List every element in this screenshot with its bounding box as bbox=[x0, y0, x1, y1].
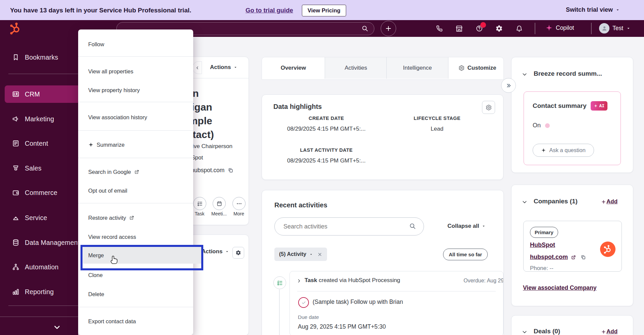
data-highlights-card: Data highlights CREATE DATE 08/29/2025 4… bbox=[262, 94, 503, 180]
menu-item-search-in-google[interactable]: Search in Google bbox=[78, 164, 193, 179]
menu-item-view-association-history[interactable]: View association history bbox=[78, 110, 193, 125]
sidebar-item-commerce[interactable]: Commerce bbox=[0, 184, 87, 201]
collapse-section-chevron-icon[interactable] bbox=[522, 329, 528, 335]
menu-item-summarize[interactable]: Summarize bbox=[78, 137, 193, 152]
user-menu[interactable]: Test bbox=[599, 23, 631, 34]
help-notification-badge bbox=[480, 22, 486, 28]
customize-button[interactable]: Customize bbox=[454, 57, 501, 79]
menu-item-view-all-properties[interactable]: View all properties bbox=[78, 64, 193, 79]
service-bell-icon bbox=[12, 214, 19, 221]
contact-actions-dropdown[interactable]: Actions bbox=[210, 64, 237, 71]
menu-item-delete[interactable]: Delete bbox=[78, 287, 193, 302]
ask-a-question-button[interactable]: Ask a question bbox=[533, 144, 594, 157]
sidebar-collapse-chevron-icon[interactable] bbox=[53, 323, 61, 331]
tab-activities-label: Activities bbox=[344, 65, 367, 71]
time-range-pill[interactable]: All time so far bbox=[443, 249, 488, 260]
chevrons-right-icon bbox=[506, 83, 512, 88]
menu-item-view-record-access[interactable]: View record access bbox=[78, 229, 193, 244]
sidebar-item-sales[interactable]: Sales bbox=[0, 159, 87, 177]
collapse-section-chevron-icon[interactable] bbox=[522, 71, 528, 77]
sidebar-item-service[interactable]: Service bbox=[0, 209, 87, 226]
menu-item-label: View association history bbox=[88, 114, 147, 121]
view-pricing-button[interactable]: View Pricing bbox=[302, 5, 346, 16]
switch-trial-view-label: Switch trial view bbox=[566, 6, 613, 13]
collapse-section-chevron-icon[interactable] bbox=[522, 199, 528, 205]
tab-activities[interactable]: Activities bbox=[325, 57, 387, 79]
about-settings-button[interactable] bbox=[232, 247, 244, 259]
sidebar-item-crm[interactable]: CRM bbox=[0, 85, 87, 103]
expand-right-panel-button[interactable] bbox=[501, 78, 516, 93]
wallet-icon bbox=[12, 189, 19, 196]
caret-down-icon bbox=[309, 253, 313, 256]
hubspot-logo-icon[interactable] bbox=[9, 22, 21, 35]
task-complete-checkbox[interactable] bbox=[298, 297, 309, 308]
menu-item-label: View record access bbox=[88, 234, 136, 240]
sidebar-label: Reporting bbox=[25, 288, 54, 296]
copy-icon[interactable] bbox=[228, 168, 233, 173]
menu-item-opt-out-of-email[interactable]: Opt out of email bbox=[78, 183, 193, 198]
sidebar-label: Service bbox=[25, 214, 47, 222]
copy-icon[interactable] bbox=[581, 255, 586, 260]
copilot-button[interactable]: Copilot bbox=[545, 24, 574, 31]
about-actions-dropdown[interactable]: Actions bbox=[202, 248, 229, 255]
customize-label: Customize bbox=[468, 65, 496, 71]
sidebar-item-automation[interactable]: Automation bbox=[0, 258, 87, 276]
sidebar-label: Commerce bbox=[25, 189, 57, 197]
company-name-link[interactable]: HubSpot bbox=[530, 242, 555, 249]
contact-summary-header: Contact summary AI bbox=[533, 101, 607, 111]
external-link-icon[interactable] bbox=[571, 255, 576, 260]
breeze-summary-card: Breeze record summ... Contact summary AI… bbox=[511, 57, 633, 173]
create-record-button[interactable] bbox=[381, 21, 396, 36]
search-icon[interactable] bbox=[361, 25, 369, 32]
sidebar-divider-3 bbox=[0, 317, 87, 317]
left-sidebar: Bookmarks CRM Marketing Content Sales Co… bbox=[0, 20, 78, 335]
quick-action-meeting-button[interactable] bbox=[213, 197, 226, 210]
menu-item-export-contact-data[interactable]: Export contact data bbox=[78, 314, 193, 329]
chevron-left-icon bbox=[195, 66, 200, 70]
sparkle-icon bbox=[541, 148, 546, 153]
trial-message: You have 13 days left in your Service Hu… bbox=[10, 7, 191, 14]
trial-guide-link[interactable]: Go to trial guide bbox=[246, 7, 293, 14]
company-domain-row: hubspot.com bbox=[530, 254, 586, 261]
last-activity-label: LAST ACTIVITY DATE bbox=[273, 147, 380, 153]
collapse-left-panel-button[interactable] bbox=[193, 61, 202, 74]
activity-filter-chip[interactable]: (5) Activity bbox=[274, 248, 327, 261]
settings-gear-icon[interactable] bbox=[495, 25, 503, 32]
view-associated-company-link[interactable]: View associated Company bbox=[523, 284, 597, 291]
menu-item-follow[interactable]: Follow bbox=[78, 37, 193, 52]
data-highlights-settings-button[interactable] bbox=[482, 101, 495, 114]
company-association-card: Primary HubSpot hubspot.com Phone: -- bbox=[523, 221, 622, 272]
menu-item-label: Restore activity bbox=[88, 215, 126, 221]
create-date-value: 08/29/2025 4:15 PM GMT+5:... bbox=[273, 126, 380, 132]
expand-task-chevron-icon[interactable] bbox=[297, 278, 302, 283]
sidebar-item-content[interactable]: Content bbox=[0, 135, 87, 152]
quick-action-task-button[interactable] bbox=[193, 197, 206, 210]
task-type-label[interactable]: Task bbox=[305, 277, 317, 283]
company-domain-link[interactable]: hubspot.com bbox=[530, 254, 568, 261]
activities-search-input[interactable] bbox=[283, 221, 405, 231]
add-deal-button[interactable]: Add bbox=[601, 328, 618, 335]
remove-filter-icon[interactable] bbox=[317, 252, 322, 257]
activities-search[interactable] bbox=[274, 217, 424, 236]
sidebar-item-data-management[interactable]: Data Management bbox=[0, 234, 87, 251]
sidebar-item-marketing[interactable]: Marketing bbox=[0, 110, 87, 128]
data-highlights-title: Data highlights bbox=[273, 103, 322, 111]
sidebar-item-reporting[interactable]: Reporting bbox=[0, 283, 87, 300]
menu-item-restore-activity[interactable]: Restore activity bbox=[78, 210, 193, 225]
add-company-button[interactable]: Add bbox=[601, 198, 618, 205]
marketplace-icon[interactable] bbox=[455, 25, 463, 32]
sidebar-label: Bookmarks bbox=[25, 54, 58, 61]
task-overdue-text: Overdue: Aug 29, 2 bbox=[464, 278, 503, 284]
calling-icon[interactable] bbox=[436, 25, 443, 32]
notifications-bell-icon[interactable] bbox=[516, 25, 523, 32]
collapse-all-dropdown[interactable]: Collapse all bbox=[447, 223, 486, 229]
tab-intelligence[interactable]: Intelligence bbox=[386, 57, 448, 79]
menu-item-view-property-history[interactable]: View property history bbox=[78, 83, 193, 97]
tab-overview[interactable]: Overview bbox=[262, 57, 325, 79]
switch-trial-view[interactable]: Switch trial view bbox=[566, 6, 620, 13]
plus-icon bbox=[385, 25, 392, 32]
last-activity-value: 08/29/2025 4:15 PM GMT+5:... bbox=[273, 157, 380, 164]
quick-action-more-button[interactable] bbox=[232, 197, 246, 210]
task-subject[interactable]: (Sample task) Follow up with Brian bbox=[313, 298, 403, 306]
sidebar-item-bookmarks[interactable]: Bookmarks bbox=[0, 49, 87, 66]
